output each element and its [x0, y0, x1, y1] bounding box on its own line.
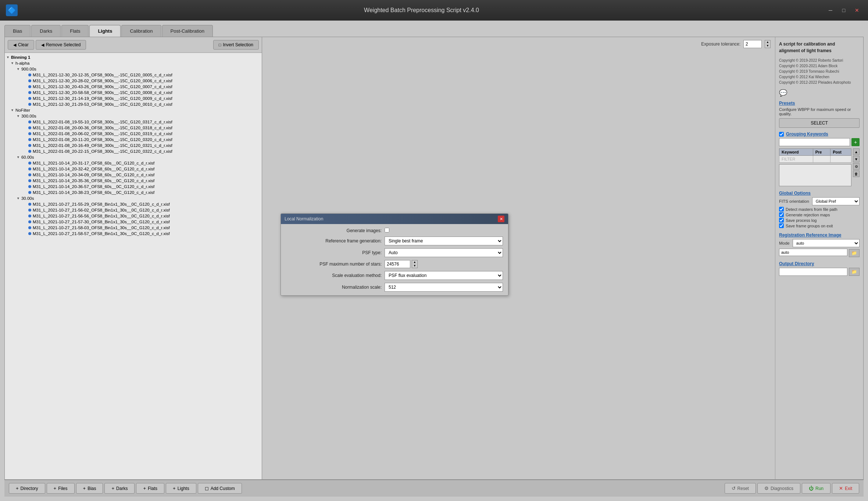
list-item[interactable]: M31_L_2022-01-08_20-06-02_OFS8_300s__-15… [5, 131, 262, 137]
list-item[interactable]: M31_L_2021-10-14_20-38-23_OFS8_60s__0C_G… [5, 190, 262, 195]
exit-button[interactable]: ✕ Exit [832, 483, 859, 494]
list-item[interactable]: M31_L_2022-01-08_20-00-36_OFS8_300s__-15… [5, 125, 262, 131]
list-item[interactable]: M31_L_2021-10-14_20-32-42_OFS8_60s__0C_G… [5, 166, 262, 172]
reset-button[interactable]: ↺ Reset [725, 483, 756, 494]
list-item[interactable]: M31_L_2021-10-14_20-34-09_OFS8_60s__0C_G… [5, 172, 262, 178]
add-bias-button[interactable]: + Bias [76, 483, 103, 494]
fits-orientation-select[interactable]: Global Pref FITS standard PixInsight def… [812, 197, 860, 205]
add-darks-button[interactable]: + Darks [104, 483, 135, 494]
local-normalization-close-button[interactable]: ✕ [498, 216, 504, 222]
psf-stars-spinner[interactable]: ▲ ▼ [412, 260, 418, 268]
remove-selected-button[interactable]: ◀ Remove Selected [36, 40, 86, 50]
detect-masters-checkbox[interactable] [779, 207, 784, 212]
output-dir-browse-button[interactable]: 📁 [849, 268, 860, 276]
keyword-text-area[interactable] [779, 164, 851, 186]
diagnostics-button[interactable]: ⚙ Diagnostics [757, 483, 800, 494]
add-custom-button[interactable]: ◻ Add Custom [198, 483, 242, 494]
list-item[interactable]: M31_L_2021-10-14_20-36-57_OFS8_60s__0C_G… [5, 184, 262, 190]
ref-frame-select[interactable]: Single best frame Best frame per group U… [385, 237, 503, 245]
grouping-checkbox[interactable] [779, 132, 784, 137]
file-tree[interactable]: ▼ Binning 1 ▼ h-alpha ▼ 900.00s M31_L_20… [5, 53, 262, 479]
list-item[interactable]: M31_L_2021-10-27_21-58-03_OFS8_Bin1x1_30… [5, 225, 262, 231]
tab-darks[interactable]: Darks [31, 25, 61, 37]
registration-reference-section: Registration Reference Image Mode auto m… [779, 233, 860, 257]
invert-selection-button[interactable]: □ Invert Selection [213, 40, 259, 50]
mode-select[interactable]: auto manual [793, 239, 860, 247]
gen-rejection-checkbox[interactable] [779, 212, 784, 217]
tab-lights[interactable]: Lights [89, 25, 121, 37]
move-down-button[interactable]: ▼ [853, 156, 860, 162]
list-item[interactable]: M31_L_2021-10-14_20-31-17_OFS8_60s__0C_G… [5, 160, 262, 166]
list-item[interactable]: M31_L_2022-01-08_20-16-49_OFS8_300s__-15… [5, 143, 262, 148]
scale-eval-select[interactable]: PSF flux evaluation Automatic Manual [385, 271, 503, 280]
chat-icon[interactable]: 💬 [779, 89, 860, 97]
spinner-down-icon[interactable]: ▼ [765, 44, 770, 48]
norm-scale-select[interactable]: 512 256 128 64 [385, 283, 503, 292]
list-item[interactable]: M31_L_2021-12-30_20-12-35_OFS8_900s__-15… [5, 72, 262, 78]
invert-icon: □ [219, 43, 221, 47]
add-lights-button[interactable]: + Lights [166, 483, 196, 494]
tree-group-60s[interactable]: ▼ 60.00s [5, 154, 262, 160]
remove-icon: ◀ [41, 43, 44, 47]
tree-group-30s[interactable]: ▼ 30.00s [5, 195, 262, 201]
spinner-down-icon[interactable]: ▼ [412, 264, 417, 268]
clear-button[interactable]: ◀ Clear [8, 40, 34, 50]
delete-button[interactable]: 🗑 [853, 170, 860, 177]
exposure-tolerance-input[interactable] [743, 40, 762, 48]
psf-type-select[interactable]: Auto Gaussian Moffat [385, 248, 503, 257]
list-item[interactable]: M31_L_2021-12-30_21-14-19_OFS8_900s__-15… [5, 95, 262, 101]
file-dot-icon [28, 167, 31, 170]
tab-post-calibration[interactable]: Post-Calibration [162, 25, 213, 37]
keyword-table-container: Keyword Pre Post FILTER [779, 148, 860, 187]
settings-button[interactable]: ⚙ [853, 163, 860, 170]
list-item[interactable]: M31_L_2021-12-30_20-58-58_OFS8_900s__-15… [5, 90, 262, 95]
file-dot-icon [28, 85, 31, 88]
add-directory-button[interactable]: + Directory [9, 483, 45, 494]
list-item[interactable]: M31_L_2021-10-27_21-58-57_OFS8_Bin1x1_30… [5, 231, 262, 237]
list-item[interactable]: M31_L_2021-10-27_21-57-30_OFS8_Bin1x1_30… [5, 219, 262, 225]
add-keyword-button[interactable]: + [851, 138, 860, 146]
content-area: ◀ Clear ◀ Remove Selected □ Invert Selec… [4, 37, 864, 480]
list-item[interactable]: M31_L_2022-01-08_20-22-15_OFS8_300s__-15… [5, 148, 262, 154]
add-flats-button[interactable]: + Flats [136, 483, 164, 494]
gen-rejection-label: Generate rejection maps [786, 213, 830, 217]
tree-group-binning1[interactable]: ▼ Binning 1 [5, 54, 262, 60]
keyword-input[interactable] [779, 138, 850, 146]
tree-group-300s[interactable]: ▼ 300.00s [5, 113, 262, 119]
list-item[interactable]: M31_L_2021-10-14_20-35-36_OFS8_60s__0C_G… [5, 178, 262, 184]
minimize-button[interactable]: ─ [825, 5, 836, 15]
spinner-up-icon[interactable]: ▲ [765, 40, 770, 44]
list-item[interactable]: M31_L_2022-01-08_19-55-10_OFS8_300s__-15… [5, 119, 262, 125]
close-button[interactable]: ✕ [852, 5, 862, 15]
spinner-up-icon[interactable]: ▲ [412, 260, 417, 264]
tree-group-900s[interactable]: ▼ 900.00s [5, 66, 262, 72]
tree-group-nofilter[interactable]: ▼ NoFilter [5, 107, 262, 113]
tree-group-halpha[interactable]: ▼ h-alpha [5, 60, 262, 66]
tab-flats[interactable]: Flats [61, 25, 89, 37]
exposure-spinner[interactable]: ▲ ▼ [765, 40, 771, 48]
maximize-button[interactable]: □ [839, 5, 849, 15]
auto-input-field[interactable] [779, 249, 847, 256]
browse-folder-button[interactable]: 📁 [849, 249, 860, 257]
presets-select-button[interactable]: SELECT [779, 118, 860, 128]
psf-max-stars-input[interactable] [385, 260, 410, 268]
generate-images-control [385, 228, 503, 234]
save-log-checkbox[interactable] [779, 218, 784, 223]
list-item[interactable]: M31_L_2021-10-27_21-55-29_OFS8_Bin1x1_30… [5, 201, 262, 207]
list-item[interactable]: M31_L_2021-12-30_20-43-26_OFS8_900s__-15… [5, 84, 262, 90]
scale-eval-label: Scale evaluation method: [286, 273, 382, 278]
move-up-button[interactable]: ▲ [853, 148, 860, 155]
list-item[interactable]: M31_L_2021-12-30_20-28-02_OFS8_900s__-15… [5, 78, 262, 84]
list-item[interactable]: M31_L_2021-10-27_21-56-56_OFS8_Bin1x1_30… [5, 213, 262, 219]
run-button[interactable]: ⏻ Run [802, 483, 831, 494]
generate-images-checkbox[interactable] [385, 228, 389, 233]
output-dir-input[interactable] [779, 268, 847, 276]
tab-bias[interactable]: Bias [4, 25, 31, 37]
add-files-button[interactable]: + Files [47, 483, 75, 494]
list-item[interactable]: M31_L_2021-12-30_21-29-53_OFS8_900s__-15… [5, 101, 262, 107]
save-groups-checkbox[interactable] [779, 223, 784, 228]
list-item[interactable]: M31_L_2022-01-08_20-11-20_OFS8_300s__-15… [5, 137, 262, 143]
list-item[interactable]: M31_L_2021-10-27_21-56-02_OFS8_Bin1x1_30… [5, 207, 262, 213]
presets-section: Presets Configure WBPP for maximum speed… [779, 101, 860, 128]
tab-calibration[interactable]: Calibration [121, 25, 161, 37]
